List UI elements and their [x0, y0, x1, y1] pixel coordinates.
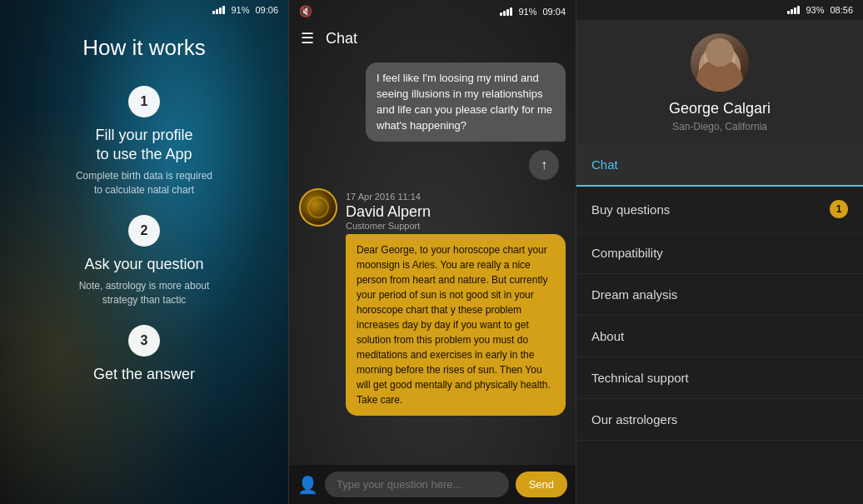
- scroll-up-icon[interactable]: ↑: [529, 150, 559, 180]
- panel3-status-bar: 93% 08:56: [576, 0, 863, 20]
- panel2-header: ☰ Chat: [289, 22, 576, 54]
- chat-input-row: 👤 Send: [289, 465, 576, 504]
- avatar-head: [706, 38, 734, 67]
- panel1-status-bar: 91% 09:06: [0, 0, 288, 20]
- step-1-heading: Fill your profileto use the App: [95, 126, 192, 165]
- battery-percent: 91%: [231, 5, 249, 15]
- hamburger-icon[interactable]: ☰: [301, 29, 314, 47]
- profile-location: San-Diego, California: [672, 121, 767, 132]
- nav-item-compatibility[interactable]: Compatibility: [576, 232, 863, 274]
- panel1-content: How it works 1 Fill your profileto use t…: [0, 20, 288, 407]
- signal-bar-4: [222, 6, 225, 14]
- nav-item-buy-questions[interactable]: Buy questions 1: [576, 187, 863, 232]
- panel2-status-icons: 91% 09:04: [500, 7, 566, 17]
- panel2-status-bar: 🔇 91% 09:04: [289, 0, 576, 22]
- status-time: 09:06: [255, 5, 278, 15]
- nav-item-technical-support[interactable]: Technical support: [576, 357, 863, 399]
- agent-content: 17 Apr 2016 11:14 David Alpern Customer …: [346, 188, 566, 416]
- nav-item-our-astrologers[interactable]: Our astrologers: [576, 399, 863, 441]
- step-2-block: 2 Ask your question Note, astrology is m…: [79, 215, 210, 307]
- agent-message: Dear George, to your horoscope chart you…: [346, 234, 566, 416]
- status-icons: 91% 09:06: [212, 5, 278, 15]
- panel2-battery: 91%: [518, 7, 536, 17]
- profile-header: George Calgari San-Diego, California: [576, 20, 863, 144]
- agent-date: 17 Apr 2016 11:14: [346, 192, 421, 202]
- mute-icon: 🔇: [299, 5, 312, 17]
- step-3-block: 3 Get the answer: [93, 325, 195, 388]
- panel3-time: 08:56: [830, 5, 853, 15]
- panel2-time: 09:04: [542, 7, 566, 17]
- nav-item-about[interactable]: About: [576, 316, 863, 357]
- input-user-icon: 👤: [297, 475, 318, 495]
- agent-avatar: [299, 188, 337, 227]
- agent-name: David Alpern: [346, 203, 566, 221]
- nav-about-label: About: [591, 329, 624, 343]
- send-button[interactable]: Send: [516, 472, 567, 497]
- signal-bar-3: [794, 7, 796, 14]
- nav-dream-label: Dream analysis: [591, 287, 677, 302]
- panel-chat: 🔇 91% 09:04 ☰ Chat I feel like I'm loosi…: [288, 0, 576, 504]
- nav-compatibility-label: Compatibility: [591, 246, 663, 260]
- signal-bar-4: [510, 7, 512, 16]
- chat-messages: I feel like I'm loosing my mind and seei…: [289, 54, 576, 465]
- buy-questions-badge: 1: [830, 200, 848, 218]
- signal-bar-1: [212, 11, 215, 14]
- chat-input[interactable]: [325, 472, 509, 497]
- signal-bar-3: [219, 7, 222, 14]
- panel3-battery: 93%: [806, 5, 824, 15]
- signal-bar-1: [787, 11, 790, 14]
- nav-item-chat[interactable]: Chat: [576, 144, 863, 187]
- signal-bar-3: [506, 9, 509, 16]
- signal-bar-2: [216, 9, 218, 14]
- step-2-sub: Note, astrology is more aboutstrategy th…: [79, 279, 210, 307]
- step-1-sub: Complete birth data is requiredto calcul…: [76, 169, 212, 197]
- step-3-heading: Get the answer: [93, 365, 195, 384]
- step-1-block: 1 Fill your profileto use the App Comple…: [76, 86, 212, 197]
- step-2-circle: 2: [128, 215, 160, 247]
- signal-bar-2: [503, 11, 506, 16]
- panel3-status-icons: 93% 08:56: [787, 5, 853, 15]
- scroll-indicator: ↑: [299, 150, 559, 180]
- panel2-title: Chat: [326, 30, 357, 47]
- how-it-works-title: How it works: [82, 35, 205, 61]
- nav-buy-label: Buy questions: [591, 202, 670, 217]
- signal-bar-1: [500, 12, 502, 16]
- nav-support-label: Technical support: [591, 371, 689, 385]
- nav-item-dream-analysis[interactable]: Dream analysis: [576, 274, 863, 316]
- agent-role: Customer Support: [346, 221, 566, 231]
- step-3-circle: 3: [128, 325, 160, 357]
- user-message: I feel like I'm loosing my mind and seei…: [366, 62, 566, 142]
- agent-message-wrapper: 17 Apr 2016 11:14 David Alpern Customer …: [299, 188, 566, 416]
- user-message-wrapper: I feel like I'm loosing my mind and seei…: [299, 62, 566, 142]
- step-2-heading: Ask your question: [84, 255, 203, 274]
- panel-profile-menu: 93% 08:56 George Calgari San-Diego, Cali…: [576, 0, 863, 504]
- navigation-menu: Chat Buy questions 1 Compatibility Dream…: [576, 144, 863, 504]
- signal-bar-2: [791, 9, 793, 14]
- panel-how-it-works: 91% 09:06 How it works 1 Fill your profi…: [0, 0, 288, 504]
- signal-bar-4: [797, 6, 800, 14]
- step-1-circle: 1: [128, 86, 160, 117]
- nav-astrologers-label: Our astrologers: [591, 412, 677, 427]
- nav-chat-label: Chat: [591, 157, 618, 172]
- profile-name: George Calgari: [669, 100, 771, 117]
- profile-avatar: [691, 33, 749, 92]
